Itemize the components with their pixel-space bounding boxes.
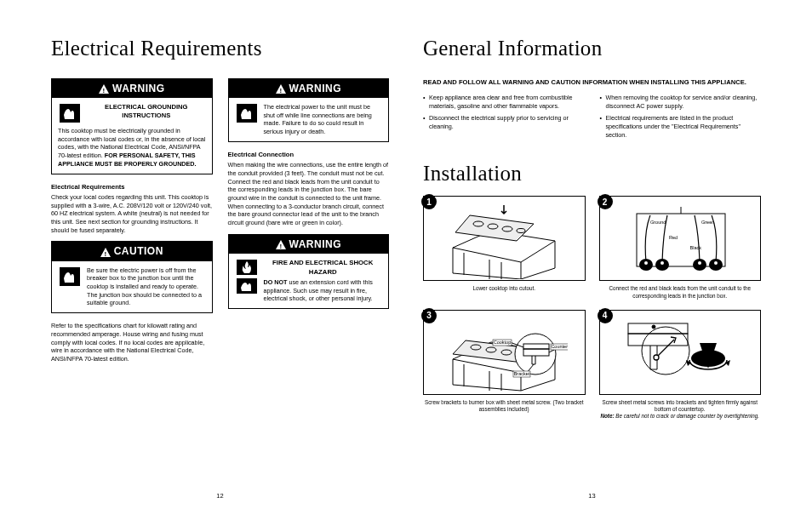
svg-text:!: ! bbox=[104, 249, 106, 257]
install-steps: 1 step bbox=[423, 196, 761, 420]
step-4-illustration bbox=[599, 310, 762, 395]
elec-connection-body: When making the wire connections, use th… bbox=[228, 161, 390, 227]
step-3: 3 step bbox=[423, 310, 586, 420]
fire-hand-icon bbox=[235, 259, 259, 303]
svg-text:Bracket: Bracket bbox=[514, 371, 530, 376]
left-columns: ! WARNING ELECTRICAL GROUNDING INSTRUCTI… bbox=[51, 78, 389, 370]
svg-text:!: ! bbox=[102, 87, 105, 94]
warning-header: ! WARNING bbox=[229, 79, 389, 98]
svg-point-24 bbox=[660, 261, 664, 265]
svg-point-35 bbox=[515, 334, 556, 374]
elec-connection-head: Electrical Connection bbox=[228, 151, 390, 159]
caution-header: ! CAUTION bbox=[52, 242, 212, 260]
step-1-caption: Lower cooktop into cutout. bbox=[423, 285, 586, 292]
step-3-illustration: Cooktop Countertop Bracket bbox=[423, 310, 586, 395]
gi-bullets-left: Keep appliance area clear and free from … bbox=[423, 94, 585, 144]
svg-point-26 bbox=[714, 261, 718, 265]
gi-bullets-right: When removing the cooktop for service an… bbox=[600, 94, 762, 144]
svg-point-13 bbox=[473, 221, 483, 226]
hand-icon bbox=[58, 266, 82, 308]
left-col-2: ! WARNING The electrical power to the un… bbox=[228, 78, 390, 370]
page-number-left: 12 bbox=[216, 492, 223, 500]
svg-point-25 bbox=[698, 261, 701, 265]
step-number: 4 bbox=[598, 308, 613, 323]
step-1: 1 step bbox=[423, 196, 586, 299]
svg-point-32 bbox=[486, 347, 496, 352]
svg-text:Countertop: Countertop bbox=[552, 344, 569, 349]
step-1-illustration bbox=[423, 196, 586, 281]
svg-text:!: ! bbox=[279, 243, 282, 250]
svg-text:!: ! bbox=[279, 87, 282, 94]
svg-point-49 bbox=[652, 325, 655, 329]
power-warning-body: The electrical power to the unit must be… bbox=[264, 103, 383, 136]
svg-text:Cooktop: Cooktop bbox=[494, 340, 512, 345]
step-3-caption: Screw brackets to burner box with sheet … bbox=[423, 399, 586, 413]
svg-rect-48 bbox=[628, 334, 688, 346]
svg-text:Red: Red bbox=[669, 235, 678, 240]
svg-point-33 bbox=[501, 350, 512, 355]
svg-text:Black: Black bbox=[689, 245, 701, 250]
svg-marker-53 bbox=[725, 360, 730, 366]
step-number: 3 bbox=[421, 308, 437, 323]
step-2-illustration: Ground Green Red Black bbox=[599, 196, 762, 281]
page-spread: Electrical Requirements ! WARNING bbox=[51, 34, 761, 500]
heading-install: Installation bbox=[423, 159, 761, 188]
left-page: Electrical Requirements ! WARNING bbox=[51, 34, 389, 500]
svg-marker-54 bbox=[686, 360, 691, 366]
bullet: Electrical requirements are listed in th… bbox=[600, 114, 762, 139]
hand-icon bbox=[58, 103, 82, 123]
svg-point-15 bbox=[502, 226, 512, 232]
step-number: 2 bbox=[598, 194, 613, 209]
step-2: 2 step bbox=[599, 196, 762, 299]
right-page: General Information READ AND FOLLOW ALL … bbox=[423, 34, 761, 500]
left-col-1: ! WARNING ELECTRICAL GROUNDING INSTRUCTI… bbox=[51, 78, 213, 370]
step-2-caption: Connect the red and black leads from the… bbox=[599, 285, 762, 299]
svg-point-31 bbox=[471, 345, 481, 350]
bullet: When removing the cooktop for service an… bbox=[600, 94, 762, 110]
svg-point-23 bbox=[644, 261, 648, 265]
warning-box-power: ! WARNING The electrical power to the un… bbox=[228, 78, 390, 142]
caution-box: ! CAUTION Be sure the electric power is … bbox=[51, 241, 213, 313]
svg-point-14 bbox=[488, 224, 498, 229]
svg-text:Green: Green bbox=[701, 220, 714, 225]
svg-text:Ground: Ground bbox=[650, 220, 666, 225]
gi-bullets: Keep appliance area clear and free from … bbox=[423, 94, 761, 144]
warning-box-fire: ! WARNING FIRE AND ELECTRICAL SHOCK HAZA… bbox=[228, 234, 390, 309]
gi-lead: READ AND FOLLOW ALL WARNING AND CAUTION … bbox=[423, 78, 761, 87]
electrical-req-head: Electrical Requirements bbox=[51, 183, 213, 192]
svg-point-51 bbox=[654, 355, 659, 360]
heading-electrical: Electrical Requirements bbox=[51, 34, 389, 63]
warning-triangle-icon: ! bbox=[276, 240, 286, 249]
bullet: Keep appliance area clear and free from … bbox=[423, 94, 585, 110]
warning-header: ! WARNING bbox=[229, 235, 389, 254]
page-number-right: 13 bbox=[588, 492, 595, 500]
caution-body: Be sure the electric power is off from t… bbox=[87, 266, 206, 308]
grounding-subhead: ELECTRICAL GROUNDING INSTRUCTIONS bbox=[87, 103, 206, 121]
hand-icon bbox=[235, 103, 259, 136]
spec-chart-para: Refer to the specifications chart for ki… bbox=[51, 322, 213, 363]
svg-point-16 bbox=[517, 228, 525, 232]
grounding-body: This cooktop must be electrically ground… bbox=[58, 127, 206, 169]
warning-triangle-icon: ! bbox=[100, 248, 111, 257]
warning-triangle-icon: ! bbox=[276, 84, 286, 94]
step-4: 4 step bbox=[599, 310, 762, 420]
fire-warning-body: FIRE AND ELECTRICAL SHOCK HAZARD DO NOT … bbox=[264, 259, 383, 303]
warning-box-grounding: ! WARNING ELECTRICAL GROUNDING INSTRUCTI… bbox=[51, 78, 213, 174]
electrical-req-body: Check your local codes regarding this un… bbox=[51, 193, 213, 235]
bullet: Disconnect the electrical supply prior t… bbox=[423, 114, 585, 130]
warning-triangle-icon: ! bbox=[99, 84, 109, 94]
warning-header: ! WARNING bbox=[52, 79, 212, 98]
heading-general: General Information bbox=[423, 34, 761, 63]
step-4-caption: Screw sheet metal screws into brackets a… bbox=[599, 399, 762, 420]
